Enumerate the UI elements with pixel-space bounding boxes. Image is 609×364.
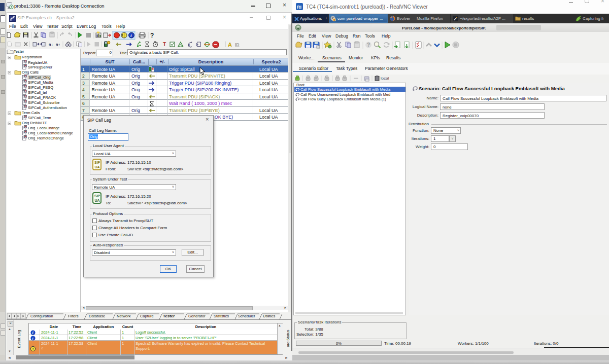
svg-text:?: ? xyxy=(367,42,370,48)
svg-text:9↓: 9↓ xyxy=(49,43,53,47)
svg-text:A: A xyxy=(228,42,232,48)
svg-text:ID: ID xyxy=(235,42,240,47)
svg-text:9↑: 9↑ xyxy=(56,43,60,47)
svg-text:?: ? xyxy=(150,32,154,39)
svg-text:!: ! xyxy=(32,347,34,351)
svg-text:SIP: SIP xyxy=(94,161,100,164)
svg-text:1: 1 xyxy=(189,44,191,47)
svg-text:RI: RI xyxy=(297,5,301,10)
svg-text:SIP: SIP xyxy=(94,194,100,198)
svg-text:UA: UA xyxy=(95,165,100,169)
svg-text:T: T xyxy=(163,42,166,47)
svg-text:UA: UA xyxy=(95,199,100,202)
